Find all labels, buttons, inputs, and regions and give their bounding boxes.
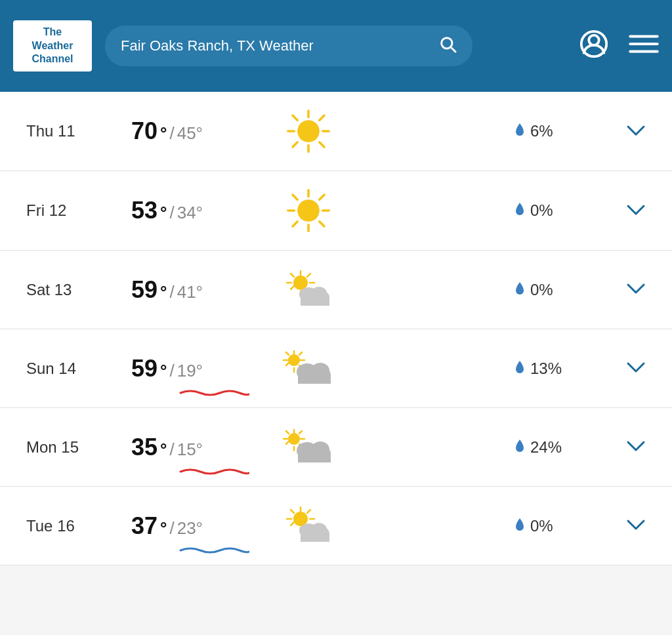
logo: The Weather Channel — [13, 20, 92, 72]
precip-drop-icon — [514, 359, 525, 378]
svg-line-42 — [286, 352, 289, 355]
svg-line-55 — [286, 431, 289, 434]
svg-line-20 — [293, 195, 297, 199]
svg-line-32 — [291, 286, 294, 289]
svg-point-3 — [589, 35, 598, 45]
precipitation: 24% — [514, 438, 600, 457]
forecast-row: Sat 13 59°/41° — [0, 251, 672, 329]
expand-button[interactable] — [626, 121, 646, 142]
forecast-day: Sat 13 — [26, 281, 118, 299]
precipitation: 0% — [514, 517, 600, 535]
precip-drop-icon — [514, 201, 525, 220]
temp-low: 34° — [177, 203, 203, 223]
temp-low: 15° — [177, 440, 203, 460]
forecast-day: Tue 16 — [26, 517, 118, 535]
precip-percent: 0% — [530, 201, 553, 220]
svg-point-24 — [297, 199, 320, 222]
expand-button[interactable] — [626, 358, 646, 379]
temperature-range: 37°/23° — [131, 512, 262, 540]
precip-percent: 24% — [530, 438, 562, 457]
precipitation: 0% — [514, 281, 600, 299]
expand-button[interactable] — [626, 201, 646, 221]
svg-line-70 — [307, 510, 310, 513]
svg-point-15 — [297, 120, 320, 142]
svg-line-57 — [299, 431, 302, 434]
user-icon[interactable] — [579, 29, 609, 64]
weather-icon — [276, 108, 341, 155]
temperature-range: 70°/45° — [131, 117, 262, 145]
temp-sep: / — [169, 203, 174, 223]
temp-low: 41° — [177, 282, 203, 302]
temperature-range: 35°/15° — [131, 434, 262, 461]
temp-sep: / — [169, 518, 174, 539]
temperature-range: 59°/41° — [131, 276, 262, 304]
weather-icon — [276, 346, 341, 392]
precipitation: 13% — [514, 359, 600, 378]
precip-drop-icon — [514, 281, 525, 299]
svg-rect-63 — [298, 453, 331, 462]
svg-line-11 — [293, 115, 297, 120]
search-query: Fair Oaks Ranch, TX Weather — [121, 37, 430, 54]
forecast-row: Tue 16 37°/23° — [0, 487, 672, 565]
svg-line-1 — [452, 48, 456, 52]
precip-percent: 0% — [530, 281, 553, 299]
expand-button[interactable] — [626, 516, 646, 536]
svg-line-44 — [299, 352, 302, 355]
expand-button[interactable] — [626, 279, 646, 300]
search-bar[interactable]: Fair Oaks Ranch, TX Weather — [105, 26, 472, 66]
temp-high-deg: ° — [160, 518, 167, 539]
precip-percent: 13% — [530, 359, 562, 378]
temp-high: 35 — [131, 434, 158, 461]
svg-line-12 — [320, 142, 324, 147]
temp-sep: / — [169, 282, 174, 302]
temp-high-deg: ° — [160, 440, 167, 460]
svg-line-13 — [320, 115, 324, 120]
svg-line-21 — [320, 222, 324, 226]
precip-percent: 6% — [530, 122, 553, 140]
svg-rect-50 — [298, 375, 331, 384]
precip-drop-icon — [514, 122, 525, 140]
svg-line-58 — [286, 441, 289, 444]
precip-percent: 0% — [530, 517, 553, 535]
weather-icon — [276, 424, 341, 470]
weather-forecast-list: Thu 11 70°/45° 6% — [0, 92, 672, 565]
menu-icon[interactable] — [629, 32, 659, 60]
svg-line-71 — [291, 522, 294, 525]
forecast-day: Fri 12 — [26, 201, 118, 220]
svg-point-0 — [442, 38, 452, 49]
svg-line-23 — [293, 222, 297, 226]
temp-sep: / — [169, 123, 174, 144]
weather-icon — [276, 187, 341, 234]
temp-high: 59 — [131, 276, 158, 304]
temp-low: 23° — [177, 518, 203, 539]
temp-high: 53 — [131, 197, 158, 224]
temp-high-deg: ° — [160, 123, 167, 144]
svg-rect-37 — [301, 297, 329, 306]
svg-rect-76 — [301, 533, 329, 542]
precip-drop-icon — [514, 438, 525, 457]
logo-text: The Weather Channel — [20, 26, 85, 66]
header-icons — [579, 29, 659, 64]
svg-line-68 — [291, 510, 294, 513]
precipitation: 6% — [514, 122, 600, 140]
search-icon[interactable] — [438, 35, 457, 57]
temp-high-deg: ° — [160, 361, 167, 381]
temp-sep: / — [169, 440, 174, 460]
forecast-day: Mon 15 — [26, 438, 118, 457]
forecast-row: Thu 11 70°/45° 6% — [0, 92, 672, 171]
svg-point-46 — [288, 354, 300, 366]
forecast-day: Sun 14 — [26, 359, 118, 378]
forecast-row: Fri 12 53°/34° 0% — [0, 171, 672, 251]
precipitation: 0% — [514, 201, 600, 220]
svg-line-22 — [320, 195, 324, 199]
weather-icon — [276, 267, 341, 313]
app-header: The Weather Channel Fair Oaks Ranch, TX … — [0, 0, 672, 92]
svg-line-29 — [291, 274, 294, 277]
temperature-range: 59°/19° — [131, 355, 262, 382]
expand-button[interactable] — [626, 437, 646, 457]
forecast-row: Mon 15 35°/15° — [0, 408, 672, 487]
temp-high: 37 — [131, 512, 158, 540]
svg-line-31 — [307, 274, 310, 277]
temp-low: 19° — [177, 361, 203, 381]
temp-low: 45° — [177, 123, 203, 144]
